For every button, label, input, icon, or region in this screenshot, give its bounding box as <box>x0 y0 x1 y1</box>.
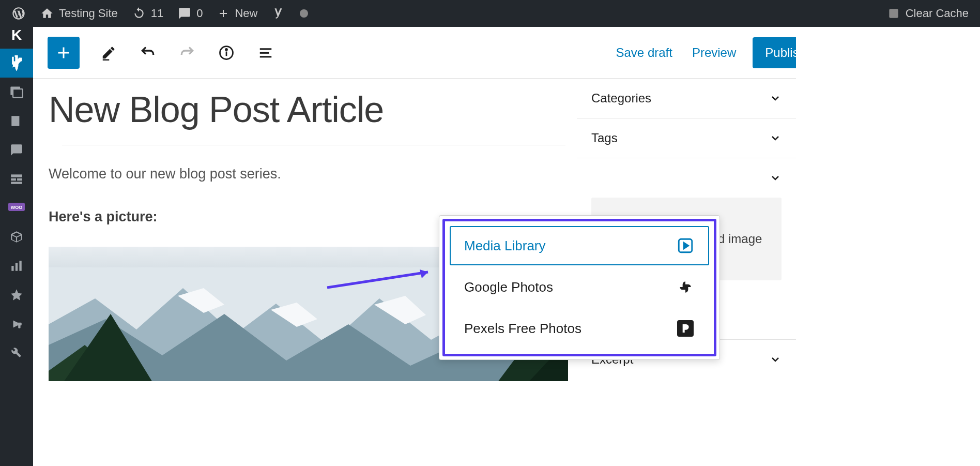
edit-mode-button[interactable] <box>98 42 119 63</box>
google-photos-label: Google Photos <box>464 279 553 295</box>
bars-icon <box>10 259 23 273</box>
add-block-button[interactable] <box>48 37 80 69</box>
pexels-label: Pexels Free Photos <box>464 321 581 337</box>
google-photos-icon <box>676 278 695 296</box>
svg-rect-12 <box>16 263 18 271</box>
svg-text:WOO: WOO <box>11 205 23 210</box>
sidebar-marketing[interactable] <box>0 309 33 338</box>
cache-icon <box>887 7 900 20</box>
svg-rect-5 <box>11 174 22 177</box>
categories-panel-toggle[interactable]: Categories <box>577 79 796 118</box>
svg-rect-0 <box>889 9 898 18</box>
undo-button[interactable] <box>137 42 158 63</box>
comments-sidebar-icon <box>10 143 23 157</box>
cropped-area <box>796 27 980 466</box>
outline-button[interactable] <box>255 42 276 63</box>
sidebar-posts[interactable] <box>0 49 33 78</box>
media-source-popover: Media Library Google Photos Pexels Free … <box>439 215 720 360</box>
svg-rect-18 <box>260 48 272 50</box>
categories-label: Categories <box>591 91 651 106</box>
admin-sidebar: WOO <box>0 49 33 466</box>
save-draft-button[interactable]: Save draft <box>613 40 676 65</box>
updates[interactable]: 11 <box>125 0 171 27</box>
pexels-icon <box>676 319 695 338</box>
svg-rect-11 <box>11 266 13 271</box>
chevron-up-icon <box>769 172 782 184</box>
yoast-adminbar[interactable] <box>265 0 293 27</box>
comments[interactable]: 0 <box>171 0 210 27</box>
tags-panel-toggle[interactable]: Tags <box>577 118 796 158</box>
comment-icon <box>178 7 191 20</box>
media-icon <box>9 85 24 99</box>
sidebar-comments[interactable] <box>0 136 33 164</box>
home-icon <box>40 7 54 20</box>
dot-icon <box>300 9 308 18</box>
yoast-icon <box>272 7 285 20</box>
sidebar-feedback[interactable] <box>0 164 33 193</box>
plus-icon <box>54 43 73 62</box>
form-icon <box>10 172 23 186</box>
sidebar-ratings[interactable] <box>0 280 33 309</box>
tags-label: Tags <box>591 131 618 145</box>
svg-marker-34 <box>684 243 688 248</box>
intro-paragraph[interactable]: Welcome to our new blog post series. <box>49 166 565 182</box>
svg-rect-13 <box>19 261 21 271</box>
svg-rect-7 <box>17 178 22 181</box>
title-separator <box>62 145 565 145</box>
sidebar-woocommerce[interactable]: WOO <box>0 193 33 222</box>
play-icon <box>676 236 695 255</box>
woo-icon: WOO <box>8 203 25 213</box>
megaphone-icon <box>10 317 23 330</box>
sidebar-tools[interactable] <box>0 338 33 367</box>
svg-rect-20 <box>260 56 272 57</box>
svg-point-17 <box>226 49 227 50</box>
pexels-option[interactable]: Pexels Free Photos <box>450 309 709 348</box>
site-name-text: Testing Site <box>59 7 118 20</box>
svg-rect-14 <box>103 59 110 61</box>
redo-icon <box>179 44 195 61</box>
sidebar-products[interactable] <box>0 222 33 251</box>
chevron-down-icon <box>769 353 782 366</box>
updates-count: 11 <box>151 7 163 20</box>
clear-cache[interactable]: Clear Cache <box>880 7 976 20</box>
site-home[interactable]: Testing Site <box>33 0 125 27</box>
svg-rect-2 <box>13 89 23 97</box>
kinsta-logo[interactable]: K <box>0 27 33 49</box>
sidebar-analytics[interactable] <box>0 251 33 280</box>
wp-logo[interactable] <box>4 0 33 27</box>
preview-button[interactable]: Preview <box>689 40 739 65</box>
sidebar-media[interactable] <box>0 78 33 107</box>
chevron-down-icon <box>769 132 782 144</box>
refresh-icon <box>132 7 146 20</box>
pencil-icon <box>101 45 116 61</box>
sidebar-pages[interactable] <box>0 107 33 136</box>
comments-count: 0 <box>196 7 203 20</box>
chevron-down-icon <box>769 92 782 104</box>
box-icon <box>10 230 23 244</box>
star-icon <box>10 288 23 302</box>
media-library-label: Media Library <box>464 238 546 254</box>
info-icon <box>219 45 234 61</box>
media-library-option[interactable]: Media Library <box>450 226 709 265</box>
status-dot[interactable] <box>293 0 315 27</box>
clear-cache-label: Clear Cache <box>906 7 969 20</box>
plus-icon <box>217 7 229 20</box>
k-letter: K <box>11 27 22 43</box>
undo-icon <box>140 44 156 61</box>
pages-icon <box>10 114 23 128</box>
svg-rect-8 <box>11 182 22 184</box>
wordpress-icon <box>11 6 26 21</box>
admin-bar: Testing Site 11 0 New Clear Cache <box>0 0 980 27</box>
new-content[interactable]: New <box>210 0 265 27</box>
info-button[interactable] <box>216 42 237 63</box>
svg-rect-6 <box>11 178 16 181</box>
list-icon <box>258 45 273 61</box>
wrench-icon <box>10 346 23 359</box>
new-label: New <box>235 7 257 20</box>
pin-icon <box>9 56 24 70</box>
redo-button[interactable] <box>177 42 197 63</box>
google-photos-option[interactable]: Google Photos <box>450 267 709 307</box>
featured-image-panel-toggle[interactable]: Featured image <box>577 158 796 198</box>
svg-rect-19 <box>260 52 269 53</box>
post-title[interactable]: New Blog Post Article <box>49 89 565 130</box>
